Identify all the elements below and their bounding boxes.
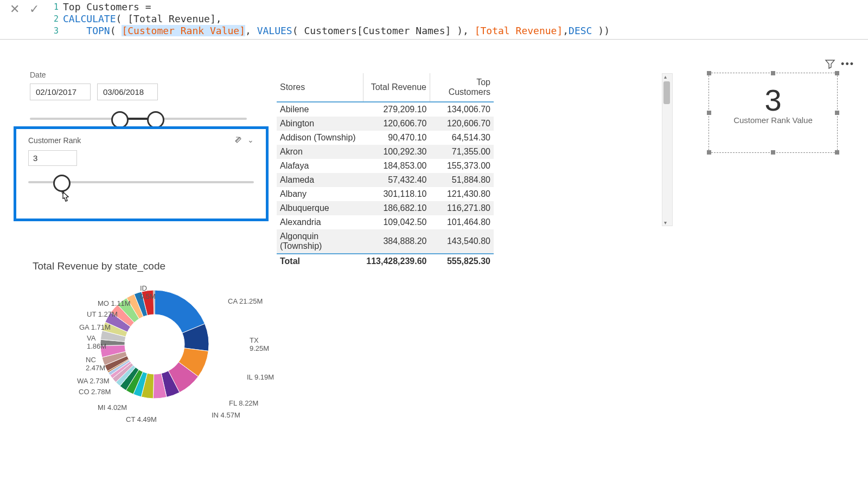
donut-label: MI 4.02M bbox=[98, 403, 127, 412]
table-row[interactable]: Albuquerque186,682.10116,271.80 bbox=[277, 201, 494, 215]
donut-label: CT 4.49M bbox=[126, 415, 157, 423]
commit-formula-icon[interactable]: ✓ bbox=[29, 2, 39, 16]
rank-slider-handle[interactable] bbox=[53, 175, 71, 192]
donut-label: MO 1.11M bbox=[98, 299, 131, 307]
donut-label: IL 9.19M bbox=[247, 373, 274, 381]
donut-label: FL 8.22M bbox=[229, 399, 258, 407]
more-options-icon[interactable]: ••• bbox=[841, 59, 854, 70]
date-slicer: Date 02/10/2017 03/06/2018 ••• bbox=[30, 70, 247, 130]
date-from-input[interactable]: 02/10/2017 bbox=[30, 84, 91, 100]
donut-label: GA 1.71M bbox=[79, 323, 111, 331]
clear-selection-icon[interactable] bbox=[234, 136, 242, 145]
revenue-donut-chart[interactable]: Total Revenue by state_code CA 21.25M TX… bbox=[33, 260, 271, 438]
chevron-down-icon[interactable]: ⌄ bbox=[247, 136, 254, 145]
col-stores[interactable]: Stores bbox=[277, 73, 363, 102]
formula-bar: ✕ ✓ 1Top Customers = 2CALCULATE( [Total … bbox=[0, 0, 868, 40]
table-row[interactable]: Abington120,606.70120,606.70 bbox=[277, 117, 494, 131]
table-total-row: Total 113,428,239.60 555,825.30 bbox=[277, 254, 494, 268]
donut-label: ID 0.5M bbox=[140, 284, 156, 300]
rank-slider[interactable] bbox=[28, 171, 254, 198]
table-row[interactable]: Alexandria109,042.50101,464.80 bbox=[277, 215, 494, 229]
donut-label: TX 9.25M bbox=[250, 336, 269, 352]
table-row[interactable]: Abilene279,209.10134,006.70 bbox=[277, 102, 494, 117]
report-canvas: ••• Date 02/10/2017 03/06/2018 ••• Cu bbox=[0, 43, 868, 488]
donut-label: WA 2.73M bbox=[77, 377, 109, 385]
donut-label: CO 2.78M bbox=[79, 388, 111, 396]
filter-icon[interactable] bbox=[825, 59, 835, 72]
dax-editor[interactable]: 1Top Customers = 2CALCULATE( [Total Reve… bbox=[49, 0, 868, 39]
table-header-row: Stores Total Revenue Top Customers bbox=[277, 73, 494, 102]
col-top-customers[interactable]: Top Customers bbox=[430, 73, 494, 102]
table-row[interactable]: Albany301,118.10121,430.80 bbox=[277, 187, 494, 201]
table-row[interactable]: Algonquin (Township)384,888.20143,540.80 bbox=[277, 229, 494, 254]
donut-label: NC 2.47M bbox=[86, 356, 105, 372]
stores-table[interactable]: Stores Total Revenue Top Customers Abile… bbox=[277, 73, 494, 268]
selection-outline bbox=[709, 73, 838, 153]
table-row[interactable]: Alameda57,432.4051,884.80 bbox=[277, 173, 494, 187]
cancel-formula-icon[interactable]: ✕ bbox=[10, 2, 20, 16]
donut-label: UT 1.27M bbox=[87, 310, 118, 318]
scroll-thumb[interactable] bbox=[663, 81, 670, 104]
table-row[interactable]: Alafaya184,853.00155,373.00 bbox=[277, 159, 494, 173]
table-scrollbar[interactable]: ▴ ▾ bbox=[662, 73, 673, 226]
donut-label: IN 4.57M bbox=[212, 411, 240, 419]
donut-label: VA 1.86M bbox=[87, 334, 106, 350]
date-slicer-title: Date bbox=[30, 70, 247, 79]
cursor-pointer-icon bbox=[59, 191, 71, 208]
customer-rank-slicer: Customer Rank ⌄ 3 bbox=[14, 126, 269, 221]
rank-value-input[interactable]: 3 bbox=[28, 150, 77, 166]
table-row[interactable]: Addison (Township)90,470.1064,514.30 bbox=[277, 131, 494, 145]
table-row[interactable]: Akron100,292.3071,355.00 bbox=[277, 145, 494, 159]
date-to-input[interactable]: 03/06/2018 bbox=[97, 84, 158, 100]
col-total-revenue[interactable]: Total Revenue bbox=[363, 73, 430, 102]
donut-label: CA 21.25M bbox=[228, 297, 263, 305]
rank-slicer-title: Customer Rank bbox=[28, 136, 81, 145]
donut-title: Total Revenue by state_code bbox=[33, 260, 271, 272]
customer-rank-card[interactable]: 3 Customer Rank Value bbox=[711, 75, 835, 151]
